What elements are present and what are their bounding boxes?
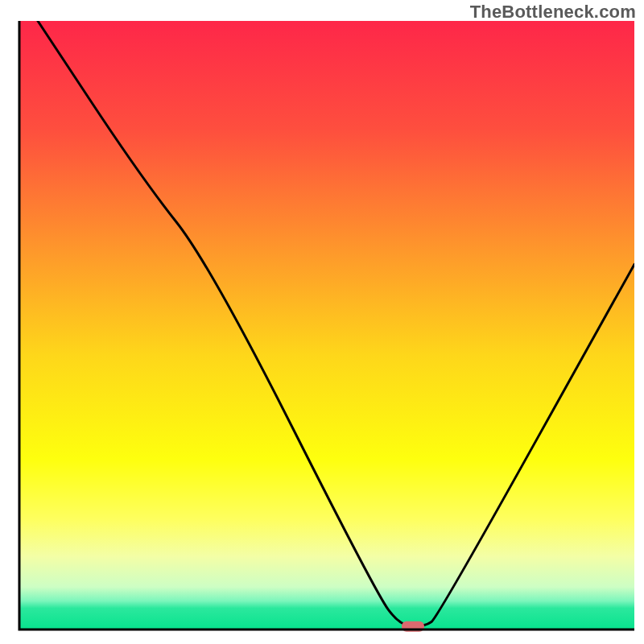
bottleneck-chart [0,0,644,644]
chart-frame: TheBottleneck.com [0,0,644,644]
watermark-text: TheBottleneck.com [470,2,636,23]
plot-background [19,21,634,630]
